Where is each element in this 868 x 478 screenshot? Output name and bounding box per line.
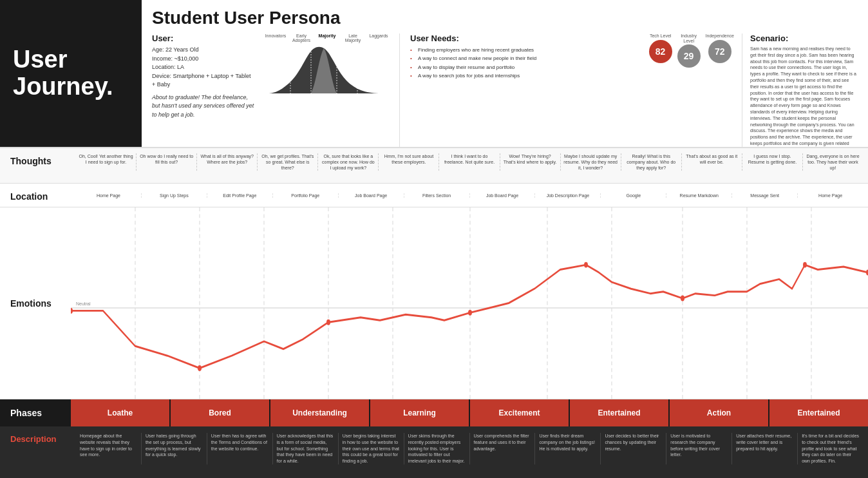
phase-1: Bored bbox=[171, 399, 270, 426]
bell-label-2: Early Adopters bbox=[288, 33, 314, 43]
phase-0: Loathe bbox=[71, 399, 171, 426]
thought-1: Oh wow do I really need to fill this out… bbox=[137, 153, 197, 171]
thought-0: Oh, Cool! Yet another thing I need to si… bbox=[76, 153, 137, 171]
desc-10: User attaches their resume, write cover … bbox=[732, 433, 798, 464]
thought-12: Dang, everyone is on here too. They have… bbox=[803, 153, 863, 171]
phases-label: Phases bbox=[0, 399, 71, 426]
phase-6: Action bbox=[670, 399, 769, 426]
emotions-chart: Neutral bbox=[71, 207, 868, 399]
desc-9: User is motivated to research the compan… bbox=[666, 433, 732, 464]
score-independence: Independence 72 bbox=[706, 33, 734, 68]
svg-point-18 bbox=[326, 320, 330, 325]
user-age: Age: 22 Years Old bbox=[152, 46, 255, 55]
location-1: Sign Up Steps bbox=[142, 193, 207, 198]
location-5: Filters Section bbox=[404, 193, 470, 198]
desc-2: User then has to agree with the Terms an… bbox=[207, 433, 273, 464]
user-income: Income: ~$10,000 bbox=[152, 55, 255, 64]
phases-content: Loathe Bored Understanding Learning Exci… bbox=[71, 399, 868, 426]
desc-4: User begins taking interest in how to us… bbox=[339, 433, 404, 464]
persona-content: User: Age: 22 Years Old Income: ~$10,000… bbox=[152, 33, 858, 159]
score-industry: Industry Level 29 bbox=[677, 33, 701, 68]
desc-1: User hates going through the set up proc… bbox=[142, 433, 207, 464]
thought-8: Maybe I should update my resume. Why do … bbox=[561, 153, 621, 171]
scores-section: Tech Level 82 Industry Level 29 Independ… bbox=[657, 33, 734, 159]
desc-7: User finds their dream company on the jo… bbox=[535, 433, 601, 464]
desc-0: Homepage about the website reveals that … bbox=[76, 433, 142, 464]
description-content: Homepage about the website reveals that … bbox=[71, 433, 868, 464]
thoughts-label: Thoughts bbox=[0, 153, 71, 166]
location-4: Job Board Page bbox=[339, 193, 404, 198]
svg-point-20 bbox=[584, 262, 588, 268]
location-8: Google bbox=[601, 193, 666, 198]
thought-6: I think I want to do freelance. Not quit… bbox=[439, 153, 500, 171]
svg-point-17 bbox=[198, 365, 202, 371]
bell-curve-container: Innovators Early Adopters Majority Late … bbox=[263, 33, 392, 159]
location-7: Job Description Page bbox=[535, 193, 601, 198]
thought-9: Really! What is this company about. Who … bbox=[621, 153, 682, 171]
user-bio: About to graduate! The dot freelance, bu… bbox=[152, 93, 255, 120]
user-devices: Device: Smartphone + Laptop + Tablet + B… bbox=[152, 72, 255, 90]
location-content: Home Page Sign Up Steps Edit Profile Pag… bbox=[71, 193, 868, 198]
description-section: Description Homepage about the website r… bbox=[0, 426, 868, 478]
scenario-text: Sam has a new morning and realises they … bbox=[750, 46, 858, 159]
emotions-svg bbox=[71, 207, 868, 399]
description-label: Description bbox=[0, 433, 71, 444]
scenario-title: Scenario: bbox=[750, 33, 858, 43]
scenario-section: Scenario: Sam has a new morning and real… bbox=[742, 33, 858, 159]
desc-6: User comprehends the filter feature and … bbox=[470, 433, 536, 464]
location-0: Home Page bbox=[76, 193, 142, 198]
desc-11: It's time for a bit and decides to check… bbox=[798, 433, 863, 464]
svg-point-21 bbox=[681, 296, 684, 301]
location-3: Portfolio Page bbox=[273, 193, 339, 198]
score-tech-value: 82 bbox=[649, 40, 672, 63]
score-circles: Tech Level 82 Industry Level 29 Independ… bbox=[649, 33, 734, 68]
location-11: Home Page bbox=[798, 193, 863, 198]
desc-3: User acknowledges that this is a form of… bbox=[273, 433, 339, 464]
score-tech-label: Tech Level bbox=[650, 33, 671, 39]
emotions-label: Emotions bbox=[0, 207, 71, 399]
phase-3: Learning bbox=[370, 399, 470, 426]
page-title: User Journey. bbox=[13, 46, 129, 100]
location-10: Message Sent bbox=[732, 193, 798, 198]
user-info: User: Age: 22 Years Old Income: ~$10,000… bbox=[152, 33, 255, 159]
location-section: Location Home Page Sign Up Steps Edit Pr… bbox=[0, 184, 868, 207]
bell-label-1: Innovators bbox=[263, 33, 288, 43]
svg-point-22 bbox=[803, 262, 807, 268]
bell-labels: Innovators Early Adopters Majority Late … bbox=[263, 33, 392, 43]
left-title-panel: User Journey. bbox=[0, 0, 142, 147]
need-item-3: A way to display their resume and portfo… bbox=[410, 64, 649, 71]
desc-5: User skims through the recently posted e… bbox=[404, 433, 470, 464]
user-needs-title: User Needs: bbox=[410, 33, 649, 43]
score-tech: Tech Level 82 bbox=[649, 33, 672, 68]
thoughts-content: Oh, Cool! Yet another thing I need to si… bbox=[71, 153, 868, 171]
need-item-2: A way to connect and make new people in … bbox=[410, 55, 649, 62]
thought-10: That's about as good as it will ever be. bbox=[682, 153, 742, 171]
thoughts-section: Thoughts Oh, Cool! Yet another thing I n… bbox=[0, 148, 868, 184]
phase-7: Entertained bbox=[769, 399, 868, 426]
user-needs: User Needs: Finding employers who are hi… bbox=[399, 33, 649, 159]
persona-section: Student User Persona User: Age: 22 Years… bbox=[142, 0, 868, 147]
score-industry-label: Industry Level bbox=[677, 33, 701, 43]
location-6: Job Board Page bbox=[470, 193, 536, 198]
top-section: User Journey. Student User Persona User:… bbox=[0, 0, 868, 148]
phase-4: Excitement bbox=[470, 399, 570, 426]
bell-label-4: Late Majority bbox=[340, 33, 366, 43]
main-container: User Journey. Student User Persona User:… bbox=[0, 0, 868, 478]
bell-label-3: Majority bbox=[314, 33, 340, 43]
svg-point-16 bbox=[71, 308, 73, 314]
phases-section: Phases Loathe Bored Understanding Learni… bbox=[0, 399, 868, 426]
bell-label-5: Laggards bbox=[366, 33, 392, 43]
user-label: User: bbox=[152, 33, 255, 43]
thought-5: Hmm, I'm not sure about these employers. bbox=[379, 153, 439, 171]
score-industry-value: 29 bbox=[677, 44, 701, 68]
desc-8: User decides to better their chances by … bbox=[601, 433, 666, 464]
phase-5: Entertained bbox=[570, 399, 670, 426]
need-item-4: A way to search jobs for jobs and intern… bbox=[410, 73, 649, 79]
thought-2: What is all of this anyway? Where are th… bbox=[197, 153, 258, 171]
need-item-1: Finding employers who are hiring recent … bbox=[410, 47, 649, 53]
thought-7: Wow! They're hiring? That's kind where t… bbox=[500, 153, 561, 171]
user-needs-list: Finding employers who are hiring recent … bbox=[410, 47, 649, 80]
user-location: Location: LA bbox=[152, 63, 255, 72]
svg-point-19 bbox=[468, 310, 472, 316]
persona-title: Student User Persona bbox=[152, 8, 858, 28]
